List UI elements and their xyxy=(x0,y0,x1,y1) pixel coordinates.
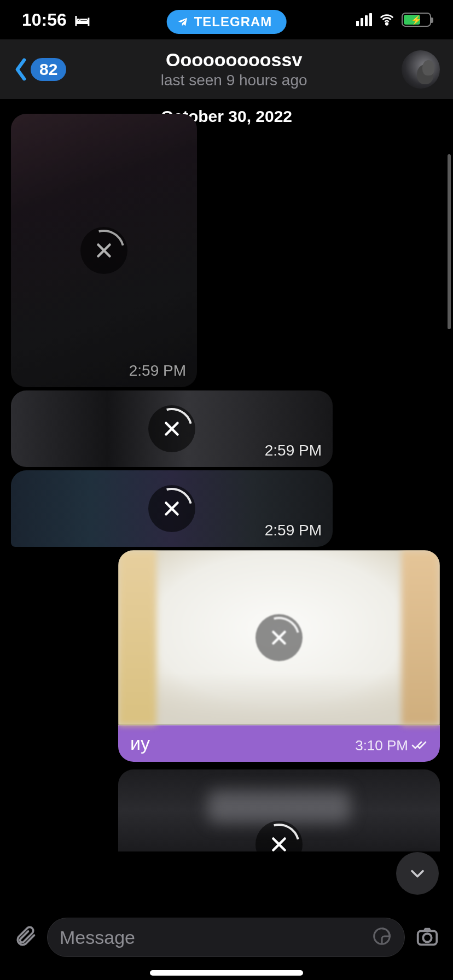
battery-icon: ⚡ xyxy=(402,13,431,27)
cellular-icon xyxy=(356,13,372,26)
cancel-load-button[interactable] xyxy=(255,614,303,661)
input-bar: Message xyxy=(0,910,453,965)
svg-point-3 xyxy=(423,934,431,942)
outgoing-media-message[interactable]: иу 3:10 PM xyxy=(118,550,440,762)
back-button[interactable]: 82 xyxy=(13,57,66,81)
outgoing-media-message[interactable] xyxy=(118,769,440,851)
message-input[interactable]: Message xyxy=(47,918,405,957)
scroll-to-bottom-button[interactable] xyxy=(396,852,439,895)
sleep-focus-icon xyxy=(74,10,90,30)
close-icon xyxy=(94,241,114,260)
sticker-button[interactable] xyxy=(371,926,392,949)
avatar[interactable] xyxy=(402,50,440,89)
close-icon xyxy=(269,835,289,851)
message-time: 3:10 PM xyxy=(355,737,408,754)
chat-title-block[interactable]: Ooooooooossv last seen 9 hours ago xyxy=(73,49,395,89)
chevron-down-icon xyxy=(408,864,427,883)
chat-header: 82 Ooooooooossv last seen 9 hours ago xyxy=(0,39,453,100)
sticker-icon xyxy=(371,926,392,947)
app-return-pill[interactable]: TELEGRAM xyxy=(167,10,287,34)
attach-button[interactable] xyxy=(13,924,37,950)
scrollbar[interactable] xyxy=(448,154,451,329)
messages-scroll[interactable]: October 30, 2022 2:59 PM 2:59 PM 2:59 PM xyxy=(0,100,453,910)
incoming-media-message[interactable]: 2:59 PM xyxy=(11,390,333,467)
status-time: 10:56 xyxy=(22,10,67,30)
message-placeholder: Message xyxy=(60,927,135,948)
chat-subtitle: last seen 9 hours ago xyxy=(73,72,395,89)
chevron-left-icon xyxy=(13,57,28,81)
svg-point-0 xyxy=(386,23,388,25)
app-pill-label: TELEGRAM xyxy=(194,14,272,30)
chat-title: Ooooooooossv xyxy=(73,49,395,71)
telegram-icon xyxy=(177,16,189,28)
message-time: 2:59 PM xyxy=(265,442,322,459)
cancel-load-button[interactable] xyxy=(148,485,195,532)
cancel-load-button[interactable] xyxy=(80,227,127,274)
message-time: 2:59 PM xyxy=(129,362,186,380)
unread-count-pill: 82 xyxy=(31,58,66,81)
home-indicator[interactable] xyxy=(150,970,303,976)
close-icon xyxy=(269,628,289,648)
close-icon xyxy=(162,499,182,518)
read-receipt-icon xyxy=(411,737,428,754)
incoming-media-message[interactable]: 2:59 PM xyxy=(11,470,333,547)
camera-button[interactable] xyxy=(415,924,440,951)
message-caption: иу xyxy=(130,733,150,754)
cancel-load-button[interactable] xyxy=(255,821,303,851)
cancel-load-button[interactable] xyxy=(148,405,195,452)
message-time: 2:59 PM xyxy=(265,522,322,539)
close-icon xyxy=(162,419,182,439)
wifi-icon xyxy=(379,11,395,28)
incoming-media-message[interactable]: 2:59 PM xyxy=(11,114,197,387)
message-caption-bar: иу 3:10 PM xyxy=(118,725,440,762)
camera-icon xyxy=(415,924,440,949)
paperclip-icon xyxy=(13,924,37,948)
